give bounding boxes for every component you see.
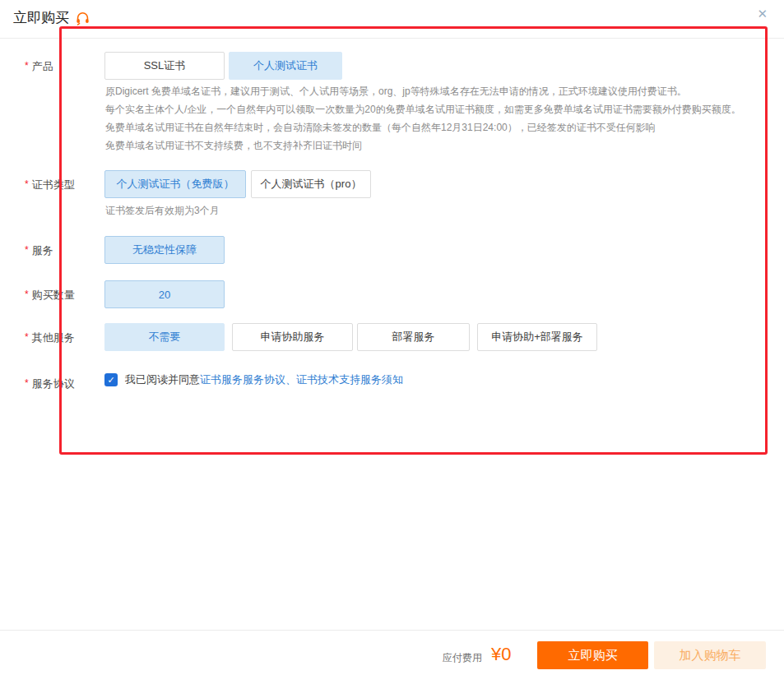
product-desc-line-2: 每个实名主体个人/企业，一个自然年内可以领取一次数量为20的免费单域名试用证书额…	[105, 100, 741, 118]
agreement-row: ✓ 我已阅读并同意证书服务服务协议、证书技术支持服务须知	[104, 372, 403, 387]
required-asterisk: *	[25, 244, 29, 256]
check-icon: ✓	[107, 376, 114, 385]
buy-dialog: 立即购买 ✕ *产品 SSL证书 个人测试证书 原Digicert 免费单域名证…	[0, 0, 784, 675]
product-label: *产品	[25, 59, 53, 74]
product-desc-line-1: 原Digicert 免费单域名证书，建议用于测试、个人试用等场景，org、jp等…	[105, 82, 741, 100]
page-title-text: 立即购买	[13, 8, 69, 27]
cert-validity-note: 证书签发后有效期为3个月	[105, 204, 220, 218]
other-service-label: *其他服务	[25, 331, 75, 345]
cert-type-option-pro[interactable]: 个人测试证书（pro）	[251, 170, 371, 198]
other-service-option-deploy[interactable]: 部署服务	[357, 323, 470, 351]
quantity-label: *购买数量	[25, 288, 75, 303]
product-option-ssl[interactable]: SSL证书	[104, 52, 225, 80]
product-description: 原Digicert 免费单域名证书，建议用于测试、个人试用等场景，org、jp等…	[105, 82, 741, 155]
agreement-prefix: 我已阅读并同意	[125, 372, 200, 387]
required-asterisk: *	[25, 60, 29, 72]
other-service-option-none[interactable]: 不需要	[104, 323, 225, 351]
agreement-separator: 、	[285, 372, 296, 387]
product-desc-line-4: 免费单域名试用证书不支持续费，也不支持补齐旧证书时间	[105, 136, 741, 155]
customer-service-icon[interactable]	[75, 11, 90, 26]
close-icon[interactable]: ✕	[757, 7, 768, 20]
other-service-option-assist-deploy[interactable]: 申请协助+部署服务	[477, 323, 597, 351]
required-asterisk: *	[25, 178, 29, 190]
service-option-no-sla[interactable]: 无稳定性保障	[104, 236, 225, 264]
cert-type-option-free[interactable]: 个人测试证书（免费版）	[104, 170, 246, 198]
service-agreement-link[interactable]: 证书服务服务协议	[200, 372, 285, 387]
add-to-cart-button[interactable]: 加入购物车	[654, 641, 766, 669]
product-option-personal-test[interactable]: 个人测试证书	[229, 52, 342, 80]
fee-label: 应付费用	[443, 651, 482, 665]
header-divider	[0, 38, 784, 39]
tech-support-notice-link[interactable]: 证书技术支持服务须知	[296, 372, 403, 387]
cert-type-label: *证书类型	[25, 178, 75, 192]
buy-now-button[interactable]: 立即购买	[537, 641, 648, 669]
required-asterisk: *	[25, 377, 29, 389]
product-desc-line-3: 免费单域名试用证书在自然年结束时，会自动清除未签发的数量（每个自然年12月31日…	[105, 118, 741, 136]
fee-value: ¥0	[491, 644, 511, 665]
agreement-label: *服务协议	[25, 377, 75, 391]
page-title: 立即购买	[13, 8, 90, 27]
quantity-value[interactable]: 20	[104, 280, 225, 308]
required-asterisk: *	[25, 289, 29, 300]
service-label: *服务	[25, 243, 53, 258]
required-asterisk: *	[25, 331, 29, 343]
agreement-checkbox[interactable]: ✓	[104, 373, 118, 386]
other-service-option-assist[interactable]: 申请协助服务	[232, 323, 353, 351]
footer-divider	[0, 630, 784, 631]
